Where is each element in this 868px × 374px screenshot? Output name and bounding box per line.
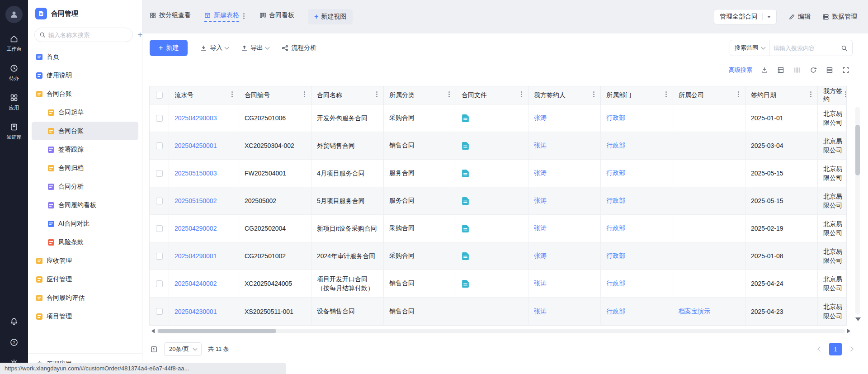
column-menu-icon[interactable] bbox=[810, 94, 811, 95]
search-scope-dropdown[interactable]: 搜索范围 bbox=[730, 40, 770, 56]
row-checkbox[interactable] bbox=[156, 170, 163, 177]
table-row[interactable]: 202504240002 XC20250424005 项目开发开口合同 （按每月… bbox=[150, 270, 846, 298]
tab-more-icon[interactable] bbox=[243, 15, 245, 17]
sidebar-item[interactable]: 合同履约评估 bbox=[32, 289, 138, 307]
tab-contract-board[interactable]: 合同看板 bbox=[259, 11, 294, 22]
tab-new-table[interactable]: 新建表格 bbox=[204, 11, 246, 22]
column-menu-icon[interactable] bbox=[845, 94, 846, 95]
new-view-button[interactable]: + 新建视图 bbox=[308, 9, 353, 24]
row-checkbox[interactable] bbox=[156, 198, 163, 204]
sidebar-item[interactable]: 风险条款 bbox=[32, 233, 138, 251]
advanced-search-link[interactable]: 高级搜索 bbox=[729, 66, 752, 74]
rail-item-apps[interactable]: 应用 bbox=[9, 93, 19, 111]
data-management-button[interactable]: 数据管理 bbox=[822, 13, 857, 21]
next-page-icon[interactable] bbox=[848, 346, 853, 351]
sidebar-item[interactable]: 合同归档 bbox=[32, 159, 138, 177]
page-size-select[interactable]: 20条/页 bbox=[164, 342, 202, 356]
sidebar-item[interactable]: 应收管理 bbox=[32, 251, 138, 270]
rail-item-workbench[interactable]: 工作台 bbox=[7, 34, 22, 52]
dept-link[interactable]: 行政部 bbox=[606, 169, 625, 177]
flow-analysis-button[interactable]: 流程分析 bbox=[282, 44, 316, 52]
table-row[interactable]: 202504290003 CG202501006 开发外包服务合同 采购合同 张… bbox=[150, 104, 846, 132]
table-row[interactable]: 202505150003 FW202504001 4月项目服务合同 服务合同 张… bbox=[150, 160, 846, 187]
scrollbar-track[interactable] bbox=[157, 329, 845, 333]
import-button[interactable]: 导入 bbox=[200, 44, 228, 52]
sidebar-item[interactable]: 合同台账 bbox=[32, 85, 138, 103]
file-icon[interactable] bbox=[462, 197, 469, 205]
column-menu-icon[interactable] bbox=[738, 94, 739, 95]
dept-link[interactable]: 行政部 bbox=[606, 197, 625, 205]
sidebar-item[interactable]: 项目管理 bbox=[32, 307, 138, 326]
column-header[interactable]: 签约日期 bbox=[745, 86, 818, 104]
column-menu-icon[interactable] bbox=[521, 94, 522, 95]
new-button[interactable]: + 新建 bbox=[150, 40, 188, 56]
scrollbar-thumb[interactable] bbox=[855, 125, 860, 175]
file-icon[interactable] bbox=[462, 114, 469, 123]
column-menu-icon[interactable] bbox=[593, 94, 594, 95]
serial-link[interactable]: 202504290002 bbox=[175, 225, 217, 232]
column-menu-icon[interactable] bbox=[376, 94, 377, 95]
dept-link[interactable]: 行政部 bbox=[606, 142, 625, 150]
refresh-icon[interactable] bbox=[809, 66, 817, 74]
row-checkbox[interactable] bbox=[156, 142, 163, 149]
row-checkbox[interactable] bbox=[156, 253, 163, 260]
row-checkbox[interactable] bbox=[156, 280, 163, 287]
serial-link[interactable]: 202504290001 bbox=[175, 252, 217, 260]
signer-link[interactable]: 张涛 bbox=[534, 114, 547, 122]
edit-button[interactable]: 编辑 bbox=[788, 13, 811, 21]
sidebar-item[interactable]: 合同起草 bbox=[32, 103, 138, 122]
signer-link[interactable]: 张涛 bbox=[534, 142, 547, 150]
fullscreen-icon[interactable] bbox=[842, 66, 850, 74]
search-icon[interactable] bbox=[841, 45, 852, 52]
bell-icon[interactable] bbox=[9, 317, 19, 326]
row-checkbox[interactable] bbox=[156, 308, 163, 315]
file-icon[interactable] bbox=[462, 142, 469, 150]
row-checkbox[interactable] bbox=[156, 225, 163, 232]
avatar[interactable] bbox=[5, 6, 23, 23]
serial-link[interactable]: 202504230001 bbox=[175, 308, 217, 315]
column-settings-icon[interactable] bbox=[793, 66, 801, 74]
rail-item-library[interactable]: 知证库 bbox=[7, 123, 22, 141]
sidebar-search-input[interactable] bbox=[48, 32, 128, 38]
dept-link[interactable]: 行政部 bbox=[606, 252, 625, 260]
dept-link[interactable]: 行政部 bbox=[606, 114, 625, 122]
serial-link[interactable]: 202505150003 bbox=[175, 170, 217, 177]
column-menu-icon[interactable] bbox=[231, 94, 233, 95]
file-icon[interactable] bbox=[462, 224, 469, 233]
prev-page-icon[interactable] bbox=[817, 346, 822, 351]
sidebar-item[interactable]: 合同台账 bbox=[32, 122, 138, 140]
serial-link[interactable]: 202505150002 bbox=[175, 197, 217, 204]
scroll-left-icon[interactable] bbox=[149, 329, 155, 333]
table-row[interactable]: 202505150002 202505002 5月项目服务合同 服务合同 张涛 … bbox=[150, 187, 846, 215]
signer-link[interactable]: 张涛 bbox=[534, 197, 547, 205]
serial-link[interactable]: 202504240002 bbox=[175, 280, 217, 287]
signer-link[interactable]: 张涛 bbox=[534, 252, 547, 260]
signer-link[interactable]: 张涛 bbox=[534, 308, 547, 316]
rail-item-todo[interactable]: 待办 bbox=[9, 64, 19, 82]
dept-link[interactable]: 行政部 bbox=[606, 279, 625, 288]
scrollbar-thumb[interactable] bbox=[158, 329, 276, 333]
column-menu-icon[interactable] bbox=[665, 94, 667, 95]
card-view-icon[interactable] bbox=[826, 66, 834, 74]
help-icon[interactable]: ? bbox=[9, 338, 19, 347]
select-all-checkbox[interactable] bbox=[156, 92, 163, 99]
file-icon[interactable] bbox=[462, 169, 469, 178]
signer-link[interactable]: 张涛 bbox=[534, 279, 547, 288]
manage-scope-dropdown[interactable]: 管理全部合同 bbox=[714, 9, 777, 24]
sidebar-item[interactable]: 合同履约看板 bbox=[32, 196, 138, 214]
export-icon[interactable] bbox=[760, 66, 769, 74]
sidebar-item[interactable]: AI合同对比 bbox=[32, 214, 138, 233]
signer-link[interactable]: 张涛 bbox=[534, 169, 547, 177]
page-number-button[interactable]: 1 bbox=[829, 343, 842, 355]
file-icon[interactable] bbox=[462, 279, 469, 288]
column-header[interactable]: 我方签约人 bbox=[528, 86, 601, 104]
table-row[interactable]: 202504230001 XS20250511-001 设备销售合同 销售合同 … bbox=[150, 298, 846, 325]
sidebar-item[interactable]: 合同分析 bbox=[32, 177, 138, 196]
table-row[interactable]: 202504250001 XC20250304-002 外贸销售合同 销售合同 … bbox=[150, 132, 846, 160]
sidebar-item[interactable]: 首页 bbox=[32, 47, 138, 66]
column-header[interactable]: 所属公司 bbox=[673, 86, 745, 104]
table-row[interactable]: 202504290001 CG202501002 2024年审计服务合同 采购合… bbox=[150, 242, 846, 270]
scroll-right-icon[interactable] bbox=[847, 329, 853, 333]
column-menu-icon[interactable] bbox=[304, 94, 305, 95]
vertical-scrollbar[interactable] bbox=[855, 107, 860, 315]
